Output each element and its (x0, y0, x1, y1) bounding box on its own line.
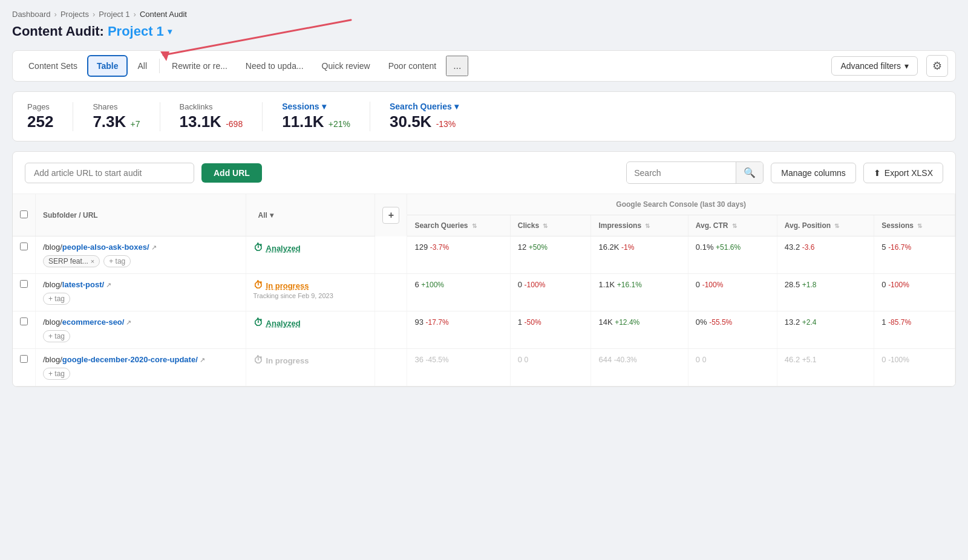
table-row: /blog/ecommerce-seo/↗ + tag ⏱Analyzed93 … (13, 311, 955, 349)
external-link-icon[interactable]: ↗ (106, 281, 111, 288)
table-row: /blog/people-also-ask-boxes/↗ SERP feat.… (13, 236, 955, 274)
remove-tag-button[interactable]: × (91, 258, 94, 265)
sort-sq-icon[interactable]: ⇅ (472, 223, 477, 229)
external-link-icon[interactable]: ↗ (126, 319, 131, 326)
stat-shares: Shares 7.3K +7 (93, 102, 160, 131)
url-link[interactable]: latest-post/ (62, 280, 104, 289)
stat-shares-value: 7.3K +7 (93, 112, 140, 131)
breadcrumb-project1[interactable]: Project 1 (99, 10, 129, 19)
status-analyzed: ⏱Analyzed (253, 317, 368, 328)
url-cell: /blog/ecommerce-seo/↗ (43, 317, 238, 327)
data-table: Subfolder / URL All ▾ + Google S (13, 194, 955, 386)
export-button[interactable]: ⬆ Export XLSX (863, 163, 943, 183)
stats-bar: Pages 252 Shares 7.3K +7 Backlinks 13.1K… (12, 91, 956, 142)
tab-need-to-update[interactable]: Need to upda... (237, 56, 312, 76)
toolbar-row: Add URL 🔍 Manage columns ⬆ Export XLSX (13, 152, 955, 194)
settings-button[interactable]: ⚙ (926, 55, 948, 77)
gear-icon: ⚙ (932, 59, 942, 73)
stat-sessions: Sessions ▾ 11.1K +21% (282, 102, 370, 131)
chevron-down-icon: ▾ (270, 211, 273, 220)
stat-sq-link[interactable]: Search Queries ▾ (390, 102, 459, 111)
external-link-icon[interactable]: ↗ (151, 244, 157, 251)
col-url-header: Subfolder / URL (43, 211, 98, 220)
search-wrapper: 🔍 (626, 161, 764, 184)
tab-poor-content[interactable]: Poor content (380, 56, 445, 76)
stat-pages-label: Pages (27, 102, 53, 111)
stat-shares-delta: +7 (131, 119, 140, 129)
status-inprogress-grey: ⏱In progress (253, 355, 368, 366)
page-title-prefix: Content Audit: (12, 24, 104, 39)
sort-position-icon[interactable]: ⇅ (834, 223, 839, 229)
sort-clicks-icon[interactable]: ⇅ (543, 223, 548, 229)
row-checkbox[interactable] (20, 243, 28, 250)
add-tag-button[interactable]: + tag (43, 293, 70, 305)
select-all-checkbox[interactable] (20, 210, 28, 218)
tag-row: SERP feat... × + tag (43, 255, 238, 267)
url-link[interactable]: people-also-ask-boxes/ (62, 243, 149, 252)
upload-icon: ⬆ (874, 168, 881, 178)
add-url-button[interactable]: Add URL (201, 163, 262, 183)
breadcrumb-dashboard[interactable]: Dashboard (12, 10, 51, 19)
row-checkbox[interactable] (20, 317, 28, 325)
stat-pages-value: 252 (27, 112, 53, 131)
stat-search-queries: Search Queries ▾ 30.5K -13% (390, 102, 459, 131)
external-link-icon[interactable]: ↗ (200, 356, 205, 363)
sort-ctr-icon[interactable]: ⇅ (732, 223, 737, 229)
tab-divider (159, 59, 160, 73)
row-checkbox[interactable] (20, 280, 28, 288)
advanced-filters-label: Advanced filters (840, 61, 901, 71)
add-tag-button[interactable]: + tag (43, 368, 70, 380)
content-area: Add URL 🔍 Manage columns ⬆ Export XLSX (12, 151, 956, 387)
search-button[interactable]: 🔍 (736, 162, 763, 183)
add-column-button[interactable]: + (382, 207, 399, 224)
gsc-header-label: Google Search Console (last 30 days) (616, 200, 746, 209)
breadcrumb-projects[interactable]: Projects (60, 10, 89, 19)
stat-sq-value: 30.5K -13% (390, 112, 459, 131)
tab-all[interactable]: All (129, 56, 155, 76)
manage-columns-button[interactable]: Manage columns (771, 163, 856, 183)
stat-sessions-value: 11.1K +21% (282, 112, 350, 131)
stat-sessions-link[interactable]: Sessions ▾ (282, 102, 350, 111)
add-tag-button[interactable]: + tag (103, 255, 131, 267)
tab-rewrite[interactable]: Rewrite or re... (163, 56, 236, 76)
sort-sessions-icon[interactable]: ⇅ (917, 223, 922, 229)
tag-row: + tag (43, 293, 238, 305)
tab-table[interactable]: Table (87, 55, 128, 77)
chevron-down-icon: ▾ (454, 102, 459, 111)
chevron-down-icon: ▾ (904, 61, 909, 71)
project-link[interactable]: Project 1 (108, 24, 164, 39)
sort-impressions-icon[interactable]: ⇅ (645, 223, 650, 229)
search-icon: 🔍 (744, 168, 756, 178)
stat-backlinks-value: 13.1K -698 (180, 112, 243, 131)
stat-pages: Pages 252 (27, 102, 73, 131)
tab-more[interactable]: ... (446, 56, 468, 76)
url-cell: /blog/people-also-ask-boxes/↗ (43, 243, 238, 252)
chevron-down-icon[interactable]: ▾ (168, 27, 172, 36)
status-analyzed: ⏱Analyzed (253, 243, 368, 253)
table-row: /blog/google-december-2020-core-update/↗… (13, 349, 955, 386)
row-checkbox[interactable] (20, 355, 28, 363)
tab-bar: Content Sets Table All Rewrite or re... … (12, 50, 956, 82)
url-link[interactable]: ecommerce-seo/ (62, 317, 125, 327)
breadcrumb-current: Content Audit (140, 10, 187, 19)
advanced-filters-button[interactable]: Advanced filters ▾ (831, 56, 918, 76)
tab-content-sets[interactable]: Content Sets (20, 56, 86, 76)
chevron-down-icon: ▾ (322, 102, 326, 111)
table-row: /blog/latest-post/↗ + tag ⏱In progressTr… (13, 274, 955, 311)
url-input[interactable] (25, 163, 194, 183)
page-title: Content Audit: Project 1 ▾ (12, 24, 956, 39)
breadcrumb: Dashboard › Projects › Project 1 › Conte… (12, 10, 956, 19)
stat-shares-label: Shares (93, 102, 140, 111)
stat-backlinks-label: Backlinks (180, 102, 243, 111)
add-tag-button[interactable]: + tag (43, 330, 70, 342)
stat-backlinks: Backlinks 13.1K -698 (180, 102, 263, 131)
tracking-since: Tracking since Feb 9, 2023 (253, 292, 368, 299)
search-input[interactable] (627, 163, 736, 183)
url-link[interactable]: google-december-2020-core-update/ (62, 355, 198, 364)
tag-row: + tag (43, 330, 238, 342)
tag: SERP feat... × (43, 255, 100, 267)
all-filter[interactable]: All ▾ (253, 209, 368, 222)
stat-backlinks-delta: -698 (226, 119, 243, 129)
url-cell: /blog/google-december-2020-core-update/↗ (43, 355, 238, 364)
tab-quick-review[interactable]: Quick review (313, 56, 379, 76)
